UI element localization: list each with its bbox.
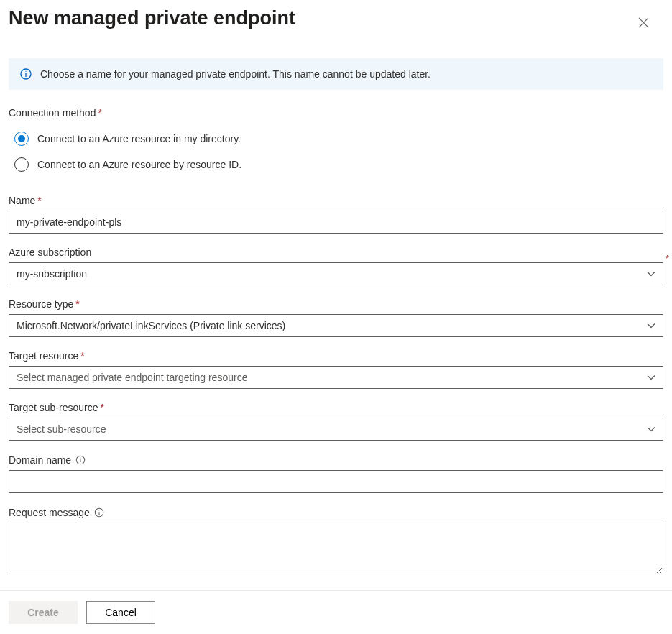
chevron-down-icon — [647, 270, 655, 278]
required-asterisk: * — [98, 107, 101, 119]
radio-label: Connect to an Azure resource by resource… — [37, 159, 241, 170]
close-button[interactable] — [632, 12, 655, 34]
subscription-dropdown[interactable]: my-subscription — [9, 262, 663, 285]
info-icon[interactable] — [94, 507, 104, 518]
cancel-button[interactable]: Cancel — [86, 601, 155, 624]
resource-type-dropdown[interactable]: Microsoft.Network/privateLinkServices (P… — [9, 314, 663, 337]
resource-type-label: Resource type* — [9, 298, 663, 310]
panel-title: New managed private endpoint — [9, 7, 295, 29]
panel-content: Choose a name for your managed private e… — [0, 38, 672, 590]
required-asterisk: * — [37, 195, 41, 206]
radio-button-icon — [14, 132, 29, 146]
resource-type-value: Microsoft.Network/privateLinkServices (P… — [17, 320, 285, 331]
info-icon[interactable] — [75, 455, 86, 465]
create-button[interactable]: Create — [9, 601, 78, 624]
new-managed-private-endpoint-panel: New managed private endpoint Choose a na… — [0, 0, 672, 634]
target-resource-dropdown[interactable]: Select managed private endpoint targetin… — [9, 366, 663, 389]
svg-point-7 — [80, 458, 81, 459]
connection-method-radio-group: Connect to an Azure resource in my direc… — [9, 126, 663, 178]
target-subresource-placeholder: Select sub-resource — [17, 423, 106, 435]
target-subresource-dropdown[interactable]: Select sub-resource — [9, 418, 663, 441]
required-asterisk: * — [75, 298, 79, 310]
target-resource-label: Target resource* — [9, 350, 663, 362]
svg-point-10 — [98, 510, 99, 511]
radio-connect-in-directory[interactable]: Connect to an Azure resource in my direc… — [9, 126, 663, 152]
target-subresource-label: Target sub-resource* — [9, 402, 663, 413]
radio-button-icon — [14, 157, 29, 172]
radio-label: Connect to an Azure resource in my direc… — [37, 133, 241, 144]
chevron-down-icon — [647, 321, 655, 330]
request-message-textarea[interactable] — [9, 523, 663, 574]
close-icon — [638, 19, 649, 30]
domain-name-input[interactable] — [9, 470, 663, 493]
name-input[interactable] — [9, 211, 663, 234]
target-resource-placeholder: Select managed private endpoint targetin… — [17, 372, 247, 383]
required-asterisk: * — [80, 350, 84, 362]
connection-method-label: Connection method* — [9, 107, 663, 119]
request-message-label: Request message — [9, 507, 104, 518]
panel-footer: Create Cancel — [0, 590, 672, 634]
info-icon — [20, 68, 32, 80]
svg-point-4 — [25, 71, 26, 72]
radio-connect-by-resource-id[interactable]: Connect to an Azure resource by resource… — [9, 152, 663, 178]
chevron-down-icon — [647, 425, 655, 433]
subscription-label: Azure subscription — [9, 247, 663, 258]
info-banner: Choose a name for your managed private e… — [9, 58, 663, 90]
chevron-down-icon — [647, 373, 655, 382]
subscription-value: my-subscription — [17, 268, 87, 280]
required-asterisk: * — [666, 254, 669, 264]
info-banner-text: Choose a name for your managed private e… — [40, 68, 431, 80]
required-asterisk: * — [101, 402, 104, 413]
panel-header: New managed private endpoint — [0, 0, 672, 38]
domain-name-label: Domain name — [9, 454, 86, 466]
name-label: Name* — [9, 195, 663, 206]
